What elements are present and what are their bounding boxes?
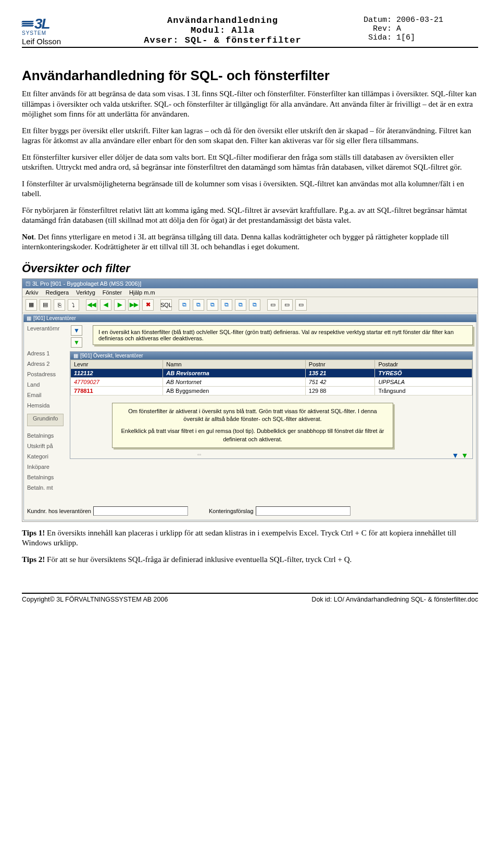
tool-open-icon[interactable]: ▤ [40, 299, 51, 311]
lbl-betalnm: Betaln. mt [27, 483, 70, 494]
tip2-text: För att se hur översiktens SQL-fråga är … [45, 555, 352, 564]
doc-meta-block: Datum: 2006-03-21 Rev: A Sida: 1[6] [364, 16, 478, 42]
lbl-email: Email [27, 391, 70, 401]
author-name: Leif Olsson [22, 37, 82, 46]
tips-1: Tips 1! En översikts innehåll kan placer… [22, 528, 478, 548]
funnel-blue-icon[interactable]: ▼ [71, 325, 82, 336]
app-titlebar: ◳ 3L Pro [901 - Byggbolaget AB (MSS 2006… [22, 279, 478, 288]
tip2-bold: Tips 2! [22, 555, 45, 564]
menu-fonster[interactable]: Fönster [103, 289, 122, 296]
cell-levnr: 778811 [71, 386, 163, 395]
tool-c-icon[interactable]: ⧉ [207, 299, 218, 311]
logo-subtitle: SYSTEM [22, 30, 82, 36]
callout-line1: Om fönsterfilter är aktiverat i översikt… [120, 407, 385, 424]
nav-last-icon[interactable]: ▶▶ [128, 299, 140, 311]
tool-new-icon[interactable]: ▦ [26, 299, 37, 311]
note-rest: . Det finns ytterligare en metod i 3L at… [22, 233, 449, 251]
scroll-handle-icon[interactable]: ▫▫ [197, 452, 201, 457]
note-bold: Not [22, 233, 34, 241]
col-namn[interactable]: Namn [163, 360, 306, 368]
para-5: För nybörjaren är fönsterfiltret relativ… [22, 206, 478, 226]
menu-redigera[interactable]: Redigera [45, 289, 69, 296]
meta-page: Sida: 1[6] [364, 33, 478, 42]
nav-prev-icon[interactable]: ◀ [100, 299, 111, 311]
footer-left: Copyright© 3L FÖRVALTNINGSSYSTEM AB 2006 [22, 596, 168, 603]
logo-bars-icon [22, 21, 33, 27]
tool-a-icon[interactable]: ⧉ [179, 299, 190, 311]
lbl-betalnings2: Betalnings [27, 473, 70, 483]
page-footer: Copyright© 3L FÖRVALTNINGSSYSTEM AB 2006… [22, 593, 478, 603]
nav-next-icon[interactable]: ▶ [114, 299, 126, 311]
col-postnr[interactable]: Postnr [305, 360, 375, 368]
funnel-green-icon[interactable]: ▼ [71, 337, 82, 348]
lbl-kategori: Kategori [27, 452, 70, 463]
tool-win1-icon[interactable]: ▭ [267, 299, 279, 311]
bottom-fields: Kundnr. hos leverantören Konteringsförsl… [27, 505, 473, 517]
lbl-adress2: Adress 2 [27, 360, 70, 370]
doc-title-2: Modul: Alla [82, 25, 364, 35]
tool-b-icon[interactable]: ⧉ [193, 299, 204, 311]
cell-postadr: TYRESÖ [375, 368, 472, 377]
lbl-kontering: Konteringsförslag [209, 508, 254, 514]
lbl-hemsida: Hemsida [27, 401, 70, 412]
suppliers-grid: Levnr Namn Postnr Postadr 112112 AB Revi… [70, 360, 472, 395]
overview-title: [901] Översikt, leverantörer [80, 353, 143, 359]
section-heading: Översikter och filter [22, 262, 478, 275]
cell-postnr: 135 21 [305, 368, 375, 377]
table-row[interactable]: 47709027 AB Norrtornet 751 42 UPPSALA [71, 377, 472, 386]
tool-copy-icon[interactable]: ⎘ [54, 299, 65, 311]
grid-header: Levnr Namn Postnr Postadr [71, 360, 472, 368]
table-row[interactable]: 778811 AB Byggsmeden 129 88 Trångsund [71, 386, 472, 395]
menu-verktyg[interactable]: Verktyg [76, 289, 95, 296]
suppliers-window: ▦ [901] Leverantörer Leverantörnr ▼ ▼ I … [23, 314, 477, 520]
para-6: Not. Det finns ytterligare en metod i 3L… [22, 232, 478, 252]
col-postadr[interactable]: Postadr [375, 360, 472, 368]
callout-funnel-status: Om fönsterfilter är aktiverat i översikt… [112, 403, 393, 449]
input-kundnr[interactable] [93, 506, 188, 516]
menubar: Arkiv Redigera Verktyg Fönster Hjälp m.m [22, 288, 478, 297]
tool-d-icon[interactable]: ⧉ [221, 299, 232, 311]
input-kontering[interactable] [256, 506, 351, 516]
cell-namn: AB Revisorerna [163, 368, 306, 377]
meta-rev: Rev: A [364, 24, 478, 33]
window-icon: ▦ [27, 315, 31, 321]
menu-arkiv[interactable]: Arkiv [26, 289, 38, 296]
lbl-utskrift: Utskrift på [27, 442, 70, 452]
tip1-bold: Tips 1! [22, 529, 45, 537]
status-funnel-blue-icon[interactable]: ▼ [452, 451, 459, 459]
cell-postadr: Trångsund [375, 386, 472, 395]
menu-hjalp[interactable]: Hjälp m.m [129, 289, 155, 296]
tool-e-icon[interactable]: ⧉ [235, 299, 246, 311]
table-row[interactable]: 112112 AB Revisorerna 135 21 TYRESÖ [71, 368, 472, 377]
tool-f-icon[interactable]: ⧉ [249, 299, 260, 311]
para-1: Ett filter används för att begränsa de d… [22, 89, 478, 120]
cell-levnr: 112112 [71, 368, 163, 377]
tip1-text: En översikts innehåll kan placeras i urk… [22, 529, 456, 547]
tool-delete-icon[interactable]: ✖ [142, 299, 154, 311]
tool-win2-icon[interactable]: ▭ [281, 299, 293, 311]
app-title: 3L Pro [901 - Byggbolaget AB (MSS 2006)] [32, 280, 141, 287]
page-header: 3L SYSTEM Leif Olsson Användarhandlednin… [22, 16, 478, 48]
overview-titlebar: ▦ [901] Översikt, leverantörer [70, 352, 472, 360]
main-heading: Användarhandledning för SQL- och fönster… [22, 68, 478, 84]
cell-postnr: 751 42 [305, 377, 375, 386]
para-2: Ett filter byggs per översikt eller utsk… [22, 126, 478, 146]
logo-block: 3L SYSTEM Leif Olsson [22, 16, 82, 46]
app-icon: ◳ [26, 280, 30, 286]
tool-sql-icon[interactable]: SQL [160, 299, 172, 311]
status-funnel-green-icon[interactable]: ▼ [461, 451, 468, 459]
tab-grundinfo[interactable]: Grundinfo [27, 414, 64, 426]
toolbar: ▦ ▤ ⎘ ⤵ ◀◀ ◀ ▶ ▶▶ ✖ SQL ⧉ ⧉ ⧉ ⧉ ⧉ ⧉ ▭ ▭ … [22, 297, 478, 313]
doc-title-1: Användarhandledning [82, 16, 364, 25]
tips-2: Tips 2! För att se hur översiktens SQL-f… [22, 555, 478, 565]
cell-namn: AB Byggsmeden [163, 386, 306, 395]
nav-first-icon[interactable]: ◀◀ [86, 299, 97, 311]
window-icon: ▦ [73, 353, 78, 359]
lbl-betalnings1: Betalnings [27, 431, 70, 442]
col-levnr[interactable]: Levnr [71, 360, 163, 368]
tool-win3-icon[interactable]: ▭ [295, 299, 307, 311]
cell-namn: AB Norrtornet [163, 377, 306, 386]
tool-save-icon[interactable]: ⤵ [68, 299, 79, 311]
lbl-postadress: Postadress [27, 370, 70, 380]
doc-title-block: Användarhandledning Modul: Alla Avser: S… [82, 16, 364, 45]
